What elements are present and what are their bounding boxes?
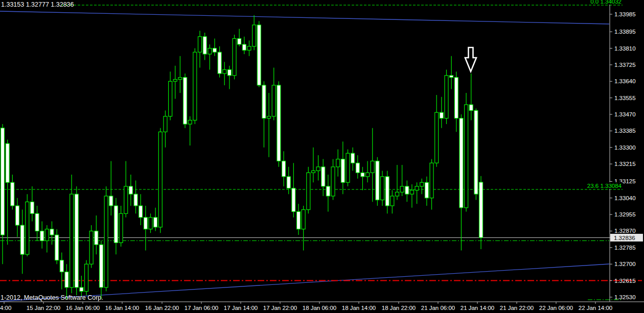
candle [178,56,182,93]
candle [227,66,231,89]
copyright-text: 1-2012, MetaQuotes Software Corp. [1,294,103,301]
candle [361,167,364,190]
candle [242,37,246,54]
time-axis-label[interactable]: 18 Jan 06:00 [303,305,337,311]
candle [70,175,74,293]
candle [425,177,428,206]
time-axis-label[interactable]: 18 Jan 22:00 [382,305,416,311]
candle [11,175,14,210]
svg-text:1.32836: 1.32836 [614,235,635,241]
candle [474,109,478,200]
candle [390,190,394,214]
candle [356,155,359,179]
candle [326,175,330,211]
time-axis-label[interactable]: 22 Jan 06:00 [539,305,573,311]
candle [45,225,49,252]
candle [129,175,132,206]
price-axis-label[interactable]: 1.32785 [614,245,636,251]
candle [208,44,212,70]
time-axis-label[interactable]: 22 Jan 14:00 [579,305,613,311]
candle [465,93,468,211]
ohlc-readout: 1.33153 1.32777 1.32836 [1,1,74,8]
candle [203,33,206,60]
chart-window: 1.339851.338951.338101.337251.336401.335… [0,0,644,313]
candle [119,206,123,247]
price-axis-label[interactable]: 1.33810 [614,45,636,52]
candle [410,184,413,208]
candle [30,186,34,222]
candle [321,159,325,196]
candle [247,40,251,56]
candle [134,180,137,213]
upper-trendline[interactable] [0,11,609,24]
price-axis-label[interactable]: 1.33640 [614,78,636,84]
price-axis-label[interactable]: 1.32615 [614,278,636,284]
candle [164,110,167,147]
price-axis-label[interactable]: 1.33040 [614,195,636,201]
price-axis-label[interactable]: 1.33385 [614,128,636,134]
candle [430,159,433,210]
price-axis-label[interactable]: 1.33300 [614,145,636,151]
time-axis-label[interactable]: 21 Jan 06:00 [421,305,455,311]
current-price-box: 1.32836 [610,234,643,242]
candle [233,35,236,80]
candle [154,208,157,231]
candle [149,213,152,233]
candle [109,161,113,215]
candle [469,74,473,120]
candle [183,74,187,128]
price-axis-label[interactable]: 1.33215 [614,161,636,167]
price-axis-label[interactable]: 1.33555 [614,95,636,101]
candle [55,229,59,264]
time-axis-label[interactable]: 16 Jan 14:00 [105,305,140,311]
candlestick-chart-canvas[interactable]: 1.339851.338951.338101.337251.336401.335… [0,0,644,313]
candle [218,46,221,78]
candle [400,165,404,196]
time-axis-label[interactable]: 21 Jan 14:00 [461,305,495,311]
price-axis-label[interactable]: 1.33895 [614,29,636,35]
time-axis-label[interactable]: 15 Jan 22:00 [27,305,61,311]
candle [50,221,54,245]
candle [371,128,374,202]
price-axis-label[interactable]: 1.32870 [614,228,636,234]
time-axis-label[interactable]: 16 Jan 22:00 [145,305,179,311]
candle [376,157,379,206]
candle [262,81,266,147]
candle [124,161,128,217]
price-axis-label[interactable]: 1.32955 [614,211,636,218]
candle [35,206,39,241]
candle [6,140,9,245]
time-axis-label[interactable]: 16 Jan 06:00 [66,305,100,311]
candle [75,186,78,295]
candle [100,241,103,299]
candle [366,161,370,182]
price-axis-label[interactable]: 1.32530 [614,294,636,300]
price-axis-label[interactable]: 1.33470 [614,111,636,117]
candle [188,116,192,146]
candle [307,167,310,213]
candle [144,206,147,251]
candle [139,194,143,225]
time-axis-label[interactable]: 4:00 [0,305,11,311]
candle [336,150,340,177]
price-axis-label[interactable]: 1.32700 [614,261,636,267]
candle [104,186,108,292]
candle [252,15,256,51]
time-axis-label[interactable]: 17 Jan 06:00 [185,305,219,311]
time-axis-label[interactable]: 18 Jan 14:00 [342,305,376,311]
candle [297,204,301,235]
candle [26,194,29,256]
candle [95,215,98,254]
candle [331,159,335,200]
price-axis-label[interactable]: 1.33985 [614,11,636,17]
candle [267,93,271,157]
down-arrow-annotation[interactable] [465,47,476,71]
candle [311,148,315,183]
time-axis-label[interactable]: 17 Jan 14:00 [224,305,258,311]
candle [450,56,453,89]
time-axis-label[interactable]: 21 Jan 22:00 [500,305,534,311]
candle [213,38,216,56]
candle [257,21,261,87]
time-axis-label[interactable]: 17 Jan 22:00 [263,305,297,311]
price-axis-label[interactable]: 1.33725 [614,62,636,68]
